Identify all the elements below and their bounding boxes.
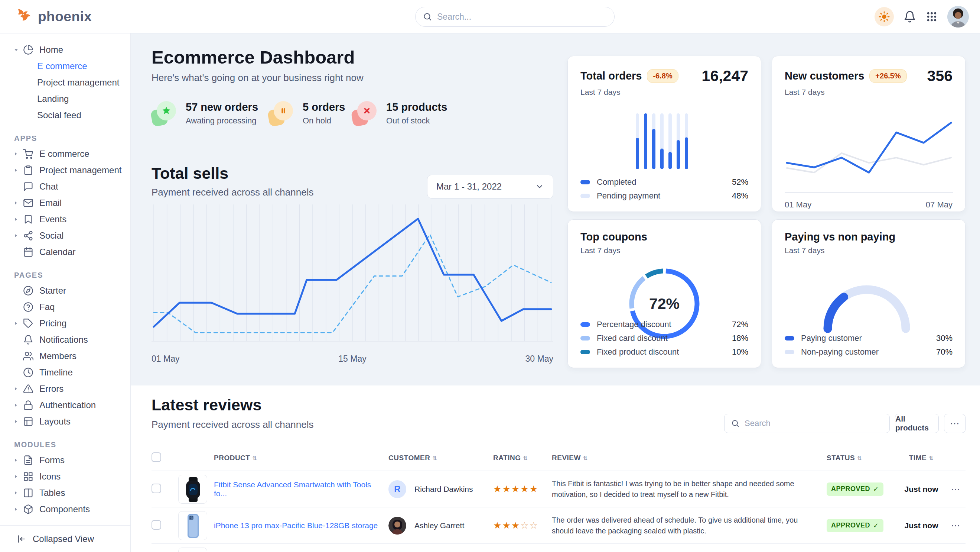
review-text: The order was delivered ahead of schedul… (552, 515, 827, 536)
product-link[interactable]: iPhone 13 pro max-Pacific Blue-128GB sto… (214, 521, 385, 530)
theme-toggle-button[interactable] (875, 7, 894, 26)
legend-row: Non-paying customer70% (785, 345, 953, 359)
caret-right-icon (13, 490, 19, 496)
pause-icon (269, 101, 293, 126)
legend-value: 70% (936, 347, 953, 357)
sidebar-item-email[interactable]: Email (0, 195, 130, 211)
column-header-status[interactable]: STATUS⇅ (827, 454, 897, 462)
top-coupons-card: Top coupons Last 7 days 72% Percentage d… (568, 219, 761, 368)
sidebar-item-label: Notifications (39, 335, 88, 345)
sidebar-subitem-social-feed[interactable]: Social feed (0, 107, 130, 123)
sidebar-item-home[interactable]: Home (0, 41, 130, 58)
sidebar-item-starter[interactable]: Starter (0, 282, 130, 299)
date-range-select[interactable]: Mar 1 - 31, 2022 (427, 175, 553, 198)
reviews-more-button[interactable]: ⋯ (944, 414, 966, 433)
row-menu-button[interactable]: ⋯ (945, 484, 966, 495)
row-menu-button[interactable]: ⋯ (945, 520, 966, 531)
table-row[interactable]: iPhone 13 pro max-Pacific Blue-128GB sto… (151, 507, 966, 544)
sidebar-item-social[interactable]: Social (0, 228, 130, 244)
product-link[interactable]: Fitbit Sense Advanced Smartwatch with To… (214, 480, 371, 498)
sidebar-item-label: Components (39, 504, 90, 514)
sidebar-item-tables[interactable]: Tables (0, 485, 130, 501)
card-period: Last 7 days (581, 88, 748, 97)
table-row[interactable] (151, 544, 966, 552)
total-sells-title: Total sells (151, 164, 228, 182)
notifications-button[interactable] (904, 10, 916, 23)
sidebar-item-label: Project management (39, 165, 121, 175)
sidebar-item-events[interactable]: Events (0, 211, 130, 228)
sidebar-item-chat[interactable]: Chat (0, 179, 130, 195)
sidebar-item-authentication[interactable]: Authentication (0, 397, 130, 413)
sidebar-item-e-commerce[interactable]: E commerce (0, 146, 130, 162)
legend-value: 48% (732, 191, 748, 201)
legend-swatch (581, 180, 590, 184)
sidebar-item-components[interactable]: Components (0, 501, 130, 517)
legend-value: 10% (732, 347, 748, 357)
sidebar-item-timeline[interactable]: Timeline (0, 364, 130, 381)
legend-swatch (581, 322, 590, 327)
legend-swatch (785, 336, 794, 340)
card-title: Total orders (581, 70, 642, 82)
card-value: 356 (927, 67, 953, 85)
brand-name: phoenix (38, 9, 92, 24)
all-products-button[interactable]: All products (895, 414, 939, 433)
bell-icon (904, 10, 916, 23)
legend-row: Paying customer30% (785, 331, 953, 345)
column-header-review[interactable]: REVIEW⇅ (552, 454, 827, 462)
sidebar-item-members[interactable]: Members (0, 348, 130, 364)
sidebar-item-label: Social (39, 230, 64, 241)
apps-grid-button[interactable] (926, 11, 938, 23)
global-search-input[interactable] (437, 12, 607, 22)
sidebar-item-icons[interactable]: Icons (0, 468, 130, 485)
x-icon (352, 101, 377, 126)
sidebar-item-project-management[interactable]: Project management (0, 162, 130, 179)
sidebar-item-errors[interactable]: Errors (0, 381, 130, 397)
column-header-time[interactable]: TIME⇅ (897, 454, 945, 462)
stat-15-products: 15 productsOut of stock (352, 101, 447, 126)
table-header-row: PRODUCT⇅CUSTOMER⇅RATING⇅REVIEW⇅STATUS⇅TI… (151, 445, 966, 471)
column-header-customer[interactable]: CUSTOMER⇅ (388, 454, 493, 462)
trend-badge: +26.5% (869, 69, 907, 83)
star-icon (151, 101, 176, 126)
caret-right-icon (13, 386, 19, 391)
sidebar-subitem-e-commerce[interactable]: E commerce (0, 58, 130, 74)
product-thumbnail (178, 547, 207, 552)
sidebar-item-layouts[interactable]: Layouts (0, 413, 130, 430)
legend-swatch (581, 336, 590, 340)
total-orders-card: Total orders -6.8% 16,247 Last 7 days Co… (568, 56, 761, 212)
caret-right-icon (13, 168, 19, 173)
help-circle-icon (23, 302, 34, 312)
main-content: Ecommerce Dashboard Here's what's going … (131, 34, 980, 552)
column-header-rating[interactable]: RATING⇅ (493, 454, 552, 462)
legend-swatch (581, 194, 590, 198)
column-header-product[interactable]: PRODUCT⇅ (214, 454, 388, 462)
sidebar-subitem-project-management[interactable]: Project management (0, 74, 130, 91)
sidebar-item-notifications[interactable]: Notifications (0, 332, 130, 348)
sidebar-item-faq[interactable]: Faq (0, 299, 130, 315)
caret-right-icon (13, 419, 19, 424)
sidebar-item-label: Tables (39, 488, 65, 498)
sidebar-subitem-landing[interactable]: Landing (0, 91, 130, 107)
stat-5-orders: 5 ordersOn hold (269, 101, 345, 126)
brand-logo[interactable]: phoenix (16, 0, 92, 34)
sidebar-item-pricing[interactable]: Pricing (0, 315, 130, 332)
row-checkbox[interactable] (151, 520, 161, 530)
collapsed-view-button[interactable]: Collapsed View (0, 525, 130, 552)
reviews-search-input[interactable] (745, 418, 883, 428)
sidebar-item-forms[interactable]: Forms (0, 452, 130, 468)
sidebar: HomeE commerceProject managementLandingS… (0, 34, 131, 552)
compass-icon (23, 286, 34, 296)
caret-right-icon (13, 151, 19, 156)
x-label: 15 May (338, 354, 366, 364)
sidebar-item-calendar[interactable]: Calendar (0, 244, 130, 260)
legend-value: 72% (732, 320, 748, 329)
user-avatar[interactable] (947, 6, 969, 27)
card-title: Top coupons (581, 231, 647, 243)
bell-icon (23, 335, 34, 345)
card-title: New customers (785, 70, 864, 82)
sort-icon: ⇅ (523, 455, 528, 461)
caret-right-icon (13, 321, 19, 326)
row-checkbox[interactable] (151, 483, 161, 493)
table-row[interactable]: Fitbit Sense Advanced Smartwatch with To… (151, 471, 966, 507)
select-all-checkbox[interactable] (151, 452, 161, 462)
